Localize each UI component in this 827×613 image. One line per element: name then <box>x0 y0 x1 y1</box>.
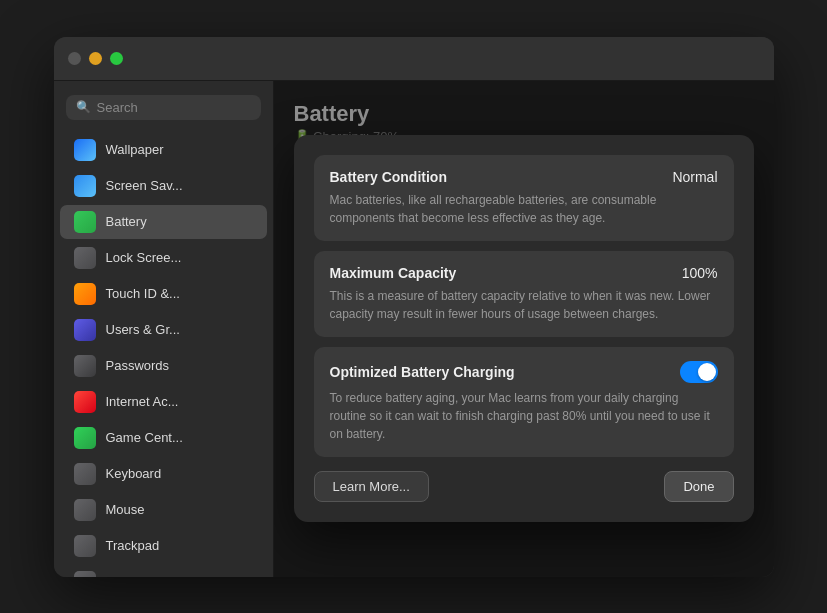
internet-icon <box>74 391 96 413</box>
keyboard-icon <box>74 463 96 485</box>
sidebar-item-trackpad[interactable]: Trackpad <box>60 529 267 563</box>
mouse-icon <box>74 499 96 521</box>
battery-icon <box>74 211 96 233</box>
sidebar-item-wallpaper[interactable]: Wallpaper <box>60 133 267 167</box>
main-window: 🔍 Wallpaper Screen Sav... Battery Lock S… <box>54 37 774 577</box>
optimized-charging-toggle[interactable] <box>680 361 718 383</box>
main-content: 🔍 Wallpaper Screen Sav... Battery Lock S… <box>54 81 774 577</box>
search-box[interactable]: 🔍 <box>66 95 261 120</box>
sidebar-label-touch: Touch ID &... <box>106 286 180 301</box>
printers-icon <box>74 571 96 577</box>
max-capacity-desc: This is a measure of battery capacity re… <box>330 287 718 323</box>
passwords-icon <box>74 355 96 377</box>
sidebar-item-passwords[interactable]: Passwords <box>60 349 267 383</box>
detail-panel: Battery 🔋 Charging: 70% Low Power Mode Y… <box>274 81 774 577</box>
battery-condition-section: Battery Condition Normal Mac batteries, … <box>314 155 734 241</box>
sidebar: 🔍 Wallpaper Screen Sav... Battery Lock S… <box>54 81 274 577</box>
battery-condition-header: Battery Condition Normal <box>330 169 718 185</box>
sidebar-label-mouse: Mouse <box>106 502 145 517</box>
modal-dialog: Battery Condition Normal Mac batteries, … <box>294 135 754 522</box>
close-button[interactable] <box>68 52 81 65</box>
sidebar-item-printers[interactable]: Printers & Scanners <box>60 565 267 577</box>
search-icon: 🔍 <box>76 100 91 114</box>
sidebar-label-lockscreen: Lock Scree... <box>106 250 182 265</box>
users-icon <box>74 319 96 341</box>
trackpad-icon <box>74 535 96 557</box>
search-input[interactable] <box>97 100 251 115</box>
sidebar-item-battery[interactable]: Battery <box>60 205 267 239</box>
sidebar-item-keyboard[interactable]: Keyboard <box>60 457 267 491</box>
sidebar-label-gamecenter: Game Cent... <box>106 430 183 445</box>
learn-more-button[interactable]: Learn More... <box>314 471 429 502</box>
sidebar-label-internet: Internet Ac... <box>106 394 179 409</box>
lockscreen-icon <box>74 247 96 269</box>
sidebar-item-lockscreen[interactable]: Lock Scree... <box>60 241 267 275</box>
modal-footer: Learn More... Done <box>314 471 734 502</box>
max-capacity-title: Maximum Capacity <box>330 265 457 281</box>
sidebar-label-battery: Battery <box>106 214 147 229</box>
optimized-charging-title: Optimized Battery Charging <box>330 364 515 380</box>
battery-condition-value: Normal <box>672 169 717 185</box>
optimized-charging-section: Optimized Battery Charging To reduce bat… <box>314 347 734 457</box>
battery-condition-title: Battery Condition <box>330 169 447 185</box>
sidebar-item-users[interactable]: Users & Gr... <box>60 313 267 347</box>
optimized-charging-desc: To reduce battery aging, your Mac learns… <box>330 389 718 443</box>
battery-condition-desc: Mac batteries, like all rechargeable bat… <box>330 191 718 227</box>
sidebar-item-internet[interactable]: Internet Ac... <box>60 385 267 419</box>
sidebar-item-screensaver[interactable]: Screen Sav... <box>60 169 267 203</box>
touch-icon <box>74 283 96 305</box>
sidebar-item-mouse[interactable]: Mouse <box>60 493 267 527</box>
sidebar-label-printers: Printers & Scanners <box>106 574 222 577</box>
done-button[interactable]: Done <box>664 471 733 502</box>
max-capacity-header: Maximum Capacity 100% <box>330 265 718 281</box>
wallpaper-icon <box>74 139 96 161</box>
modal-overlay: Battery Condition Normal Mac batteries, … <box>274 81 774 577</box>
titlebar <box>54 37 774 81</box>
traffic-lights <box>68 52 123 65</box>
sidebar-item-gamecenter[interactable]: Game Cent... <box>60 421 267 455</box>
maximize-button[interactable] <box>110 52 123 65</box>
sidebar-label-wallpaper: Wallpaper <box>106 142 164 157</box>
optimized-charging-header: Optimized Battery Charging <box>330 361 718 383</box>
sidebar-item-touch[interactable]: Touch ID &... <box>60 277 267 311</box>
sidebar-label-trackpad: Trackpad <box>106 538 160 553</box>
gamecenter-icon <box>74 427 96 449</box>
sidebar-label-keyboard: Keyboard <box>106 466 162 481</box>
minimize-button[interactable] <box>89 52 102 65</box>
sidebar-label-screensaver: Screen Sav... <box>106 178 183 193</box>
toggle-knob <box>698 363 716 381</box>
sidebar-label-users: Users & Gr... <box>106 322 180 337</box>
max-capacity-value: 100% <box>682 265 718 281</box>
sidebar-label-passwords: Passwords <box>106 358 170 373</box>
screensaver-icon <box>74 175 96 197</box>
max-capacity-section: Maximum Capacity 100% This is a measure … <box>314 251 734 337</box>
